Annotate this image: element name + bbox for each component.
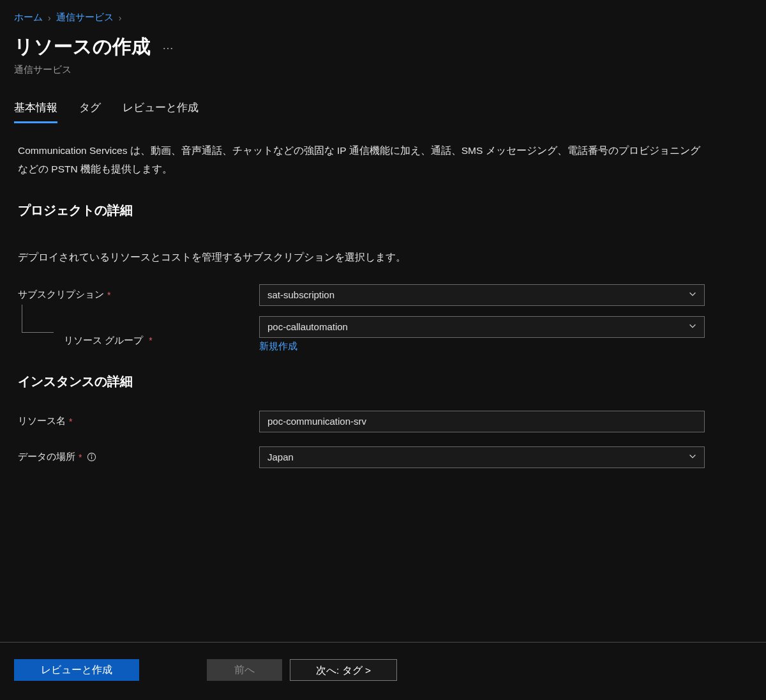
page-subtitle: 通信サービス <box>0 64 766 76</box>
data-location-label-text: データの場所 <box>18 451 75 463</box>
next-button[interactable]: 次へ: タグ > <box>290 659 397 681</box>
subscription-row: サブスクリプション * sat-subscription <box>18 284 707 306</box>
more-menu-icon[interactable]: … <box>162 39 175 55</box>
page-title: リソースの作成 <box>14 34 151 60</box>
intro-text: Communication Services は、動画、音声通話、チャットなどの… <box>18 141 707 179</box>
previous-button: 前へ <box>207 659 282 681</box>
content-area: Communication Services は、動画、音声通話、チャットなどの… <box>0 123 721 468</box>
breadcrumb: ホーム › 通信サービス › <box>0 0 766 29</box>
project-heading: プロジェクトの詳細 <box>18 202 707 219</box>
info-icon[interactable] <box>87 452 96 462</box>
required-asterisk: * <box>69 416 72 427</box>
tabs: 基本情報 タグ レビューと作成 <box>0 76 766 123</box>
resource-group-select[interactable]: poc-callautomation <box>259 316 705 338</box>
breadcrumb-service[interactable]: 通信サービス <box>56 11 114 24</box>
svg-point-2 <box>91 455 92 455</box>
resource-group-label-text: リソース グループ <box>64 335 143 346</box>
tab-review[interactable]: レビューと作成 <box>123 100 199 123</box>
chevron-right-icon: › <box>48 13 51 23</box>
project-description: デプロイされているリソースとコストを管理するサブスクリプションを選択します。 <box>18 248 707 266</box>
resource-group-label: リソース グループ * <box>18 316 259 351</box>
footer: レビューと作成 前へ 次へ: タグ > <box>0 642 766 700</box>
resource-name-row: リソース名 * <box>18 411 707 432</box>
data-location-row: データの場所 * Japan <box>18 446 707 468</box>
resource-name-label: リソース名 * <box>18 415 259 427</box>
required-asterisk: * <box>149 335 152 346</box>
data-location-select[interactable]: Japan <box>259 446 705 468</box>
resource-group-row: リソース グループ * poc-callautomation 新規作成 <box>18 316 707 353</box>
required-asterisk: * <box>107 290 110 300</box>
instance-heading: インスタンスの詳細 <box>18 373 707 390</box>
create-new-link[interactable]: 新規作成 <box>259 340 297 353</box>
connector-line <box>22 305 54 333</box>
subscription-label-text: サブスクリプション <box>18 289 104 301</box>
chevron-right-icon: › <box>119 13 122 23</box>
breadcrumb-home[interactable]: ホーム <box>14 11 43 24</box>
subscription-label: サブスクリプション * <box>18 289 259 301</box>
tab-tags[interactable]: タグ <box>79 100 101 123</box>
resource-name-label-text: リソース名 <box>18 415 66 427</box>
review-create-button[interactable]: レビューと作成 <box>14 659 139 681</box>
subscription-select[interactable]: sat-subscription <box>259 284 705 306</box>
page-header: リソースの作成 … <box>0 29 766 64</box>
resource-name-input[interactable] <box>259 411 705 432</box>
data-location-label: データの場所 * <box>18 451 259 463</box>
required-asterisk: * <box>79 452 82 462</box>
tab-basic[interactable]: 基本情報 <box>14 100 57 123</box>
